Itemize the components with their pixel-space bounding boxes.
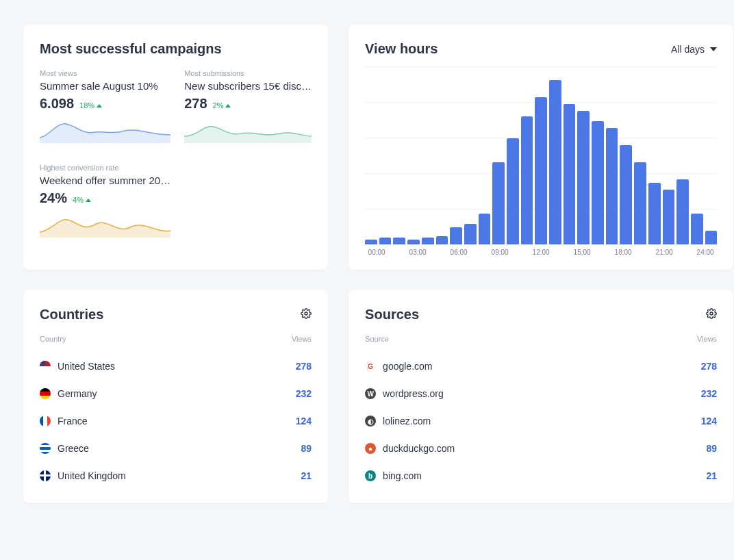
country-value: 124	[296, 416, 312, 427]
trend-up-icon	[97, 104, 102, 107]
x-axis-tick: 12:00	[531, 249, 551, 256]
table-row[interactable]: G google.com 278	[365, 353, 717, 380]
view-hours-bar	[705, 231, 718, 244]
source-label: wordpress.org	[383, 388, 444, 399]
country-icon	[40, 470, 51, 481]
view-hours-bar	[422, 238, 434, 244]
view-hours-bar	[676, 179, 689, 244]
country-icon	[40, 388, 51, 399]
source-value: 232	[701, 388, 717, 399]
sparkline-chart	[184, 116, 312, 143]
countries-settings-button[interactable]	[301, 308, 312, 322]
view-hours-bar	[648, 183, 661, 244]
view-hours-bar	[464, 224, 477, 244]
campaign-value: 6.098	[40, 96, 74, 112]
table-row[interactable]: United States 278	[40, 353, 312, 380]
source-label: duckduckgo.com	[383, 443, 455, 454]
campaign-item[interactable]: Highest conversion rate Weekend offer su…	[40, 164, 170, 240]
country-label: France	[58, 416, 88, 427]
view-hours-card: View hours All days 00:0003:0006:0009:00…	[349, 25, 733, 270]
country-icon	[40, 416, 51, 427]
country-label: United Kingdom	[58, 470, 126, 481]
sparkline-chart	[40, 116, 170, 143]
source-value: 21	[707, 470, 718, 481]
table-row[interactable]: W wordpress.org 232	[365, 380, 717, 407]
source-icon: b	[365, 470, 376, 481]
x-axis-tick: 24:00	[695, 249, 716, 256]
sources-card: Sources Source Views G google.com 278 W …	[349, 290, 733, 503]
view-hours-bar	[606, 128, 618, 244]
view-hours-bar	[634, 162, 646, 244]
view-hours-bar	[436, 236, 448, 245]
sources-col-source: Source	[365, 335, 389, 343]
country-icon	[40, 361, 51, 372]
view-hours-bar	[691, 214, 703, 244]
country-label: Germany	[58, 388, 97, 399]
svg-point-0	[305, 312, 307, 315]
countries-col-views: Views	[292, 335, 312, 343]
x-axis-tick: 06:00	[448, 249, 469, 256]
campaign-label: Most views	[40, 69, 170, 77]
view-hours-bar	[663, 190, 675, 244]
campaign-label: Most submissions	[184, 69, 312, 77]
sources-settings-button[interactable]	[706, 308, 717, 322]
view-hours-bar	[365, 240, 377, 245]
country-icon	[40, 443, 51, 454]
campaign-label: Highest conversion rate	[40, 164, 170, 172]
campaign-name: New subscribers 15€ disc…	[184, 80, 312, 92]
view-hours-bar	[492, 162, 505, 244]
campaign-item[interactable]: Most submissions New subscribers 15€ dis…	[184, 69, 312, 146]
trend-up-icon	[225, 104, 231, 107]
source-label: lolinez.com	[383, 416, 431, 427]
table-row[interactable]: Germany 232	[40, 380, 312, 407]
sources-title: Sources	[365, 307, 419, 322]
svg-point-1	[710, 312, 713, 315]
view-hours-bar	[507, 138, 519, 244]
view-hours-bar	[620, 145, 632, 244]
gear-icon	[706, 308, 717, 319]
sparkline-chart	[40, 210, 170, 238]
x-axis-tick: 03:00	[407, 249, 428, 256]
view-hours-filter-label: All days	[671, 44, 705, 55]
view-hours-bar	[549, 80, 561, 244]
view-hours-bar	[407, 240, 420, 245]
trend-up-icon	[86, 199, 91, 202]
table-row[interactable]: Greece 89	[40, 435, 312, 462]
x-axis-tick: 18:00	[613, 249, 633, 256]
view-hours-filter[interactable]: All days	[671, 44, 717, 55]
source-icon: ●	[365, 443, 376, 454]
campaign-item[interactable]: Most views Summer sale August 10% 6.098 …	[40, 69, 170, 146]
view-hours-title: View hours	[365, 41, 438, 57]
view-hours-bar	[577, 111, 590, 244]
campaign-delta: 18%	[79, 101, 102, 110]
view-hours-bar	[379, 238, 392, 244]
view-hours-bar	[479, 214, 491, 244]
source-label: bing.com	[383, 470, 422, 481]
table-row[interactable]: United Kingdom 21	[40, 462, 312, 489]
table-row[interactable]: ● duckduckgo.com 89	[365, 435, 717, 462]
view-hours-bar	[450, 227, 462, 244]
x-axis-tick: 21:00	[654, 249, 674, 256]
source-icon: ◐	[365, 416, 376, 427]
countries-title: Countries	[40, 307, 103, 322]
source-icon: G	[365, 361, 376, 372]
campaign-value: 24%	[40, 190, 67, 206]
table-row[interactable]: ◐ lolinez.com 124	[365, 407, 717, 435]
country-value: 232	[296, 388, 312, 399]
x-axis-tick: 15:00	[572, 249, 592, 256]
table-row[interactable]: b bing.com 21	[365, 462, 717, 489]
campaigns-card: Most successful campaigns Most views Sum…	[23, 25, 328, 270]
campaign-name: Summer sale August 10%	[40, 80, 170, 92]
campaign-name: Weekend offer summer 20…	[40, 175, 170, 186]
country-label: United States	[58, 361, 115, 372]
countries-card: Countries Country Views United States 27…	[23, 290, 328, 503]
view-hours-bar	[535, 97, 547, 244]
source-value: 124	[701, 416, 717, 427]
country-value: 278	[296, 361, 312, 372]
country-label: Greece	[58, 443, 89, 454]
table-row[interactable]: France 124	[40, 407, 312, 435]
source-value: 89	[707, 443, 718, 454]
view-hours-bar	[393, 238, 405, 244]
x-axis-tick: 09:00	[490, 249, 510, 256]
countries-col-country: Country	[40, 335, 66, 343]
